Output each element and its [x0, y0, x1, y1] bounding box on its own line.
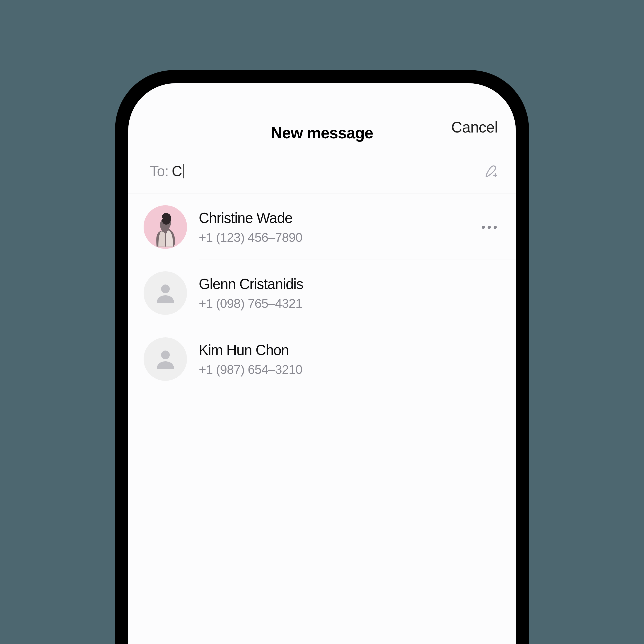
header-bar: New message Cancel: [128, 83, 516, 149]
phone-screen: New message Cancel To: C: [128, 83, 516, 644]
recipient-input-text: C: [172, 163, 182, 180]
more-options-icon[interactable]: •••: [481, 220, 501, 234]
text-cursor: [183, 164, 184, 178]
contact-phone: +1 (987) 654–3210: [199, 362, 501, 377]
contact-row[interactable]: Christine Wade +1 (123) 456–7890 •••: [144, 194, 516, 260]
avatar: [144, 271, 187, 315]
recipient-input[interactable]: C: [172, 163, 483, 180]
contact-name: Christine Wade: [199, 210, 481, 226]
add-contact-icon[interactable]: [483, 164, 498, 179]
recipient-field[interactable]: To: C: [128, 149, 516, 194]
contact-info: Christine Wade +1 (123) 456–7890: [187, 210, 481, 245]
svg-point-3: [161, 284, 170, 293]
contact-phone: +1 (098) 765–4321: [199, 296, 501, 311]
svg-point-4: [161, 350, 170, 359]
contact-info: Kim Hun Chon +1 (987) 654–3210: [187, 342, 501, 377]
contact-info: Glenn Cristanidis +1 (098) 765–4321: [187, 276, 501, 311]
page-title: New message: [271, 124, 373, 142]
contact-row[interactable]: Kim Hun Chon +1 (987) 654–3210: [144, 326, 516, 392]
contact-name: Glenn Cristanidis: [199, 276, 501, 292]
contact-row[interactable]: Glenn Cristanidis +1 (098) 765–4321: [144, 260, 516, 326]
phone-frame: New message Cancel To: C: [115, 70, 529, 644]
cancel-button[interactable]: Cancel: [451, 118, 498, 136]
avatar: [144, 337, 187, 381]
to-label: To:: [150, 163, 168, 180]
contact-phone: +1 (123) 456–7890: [199, 230, 481, 245]
contact-name: Kim Hun Chon: [199, 342, 501, 358]
contact-suggestions-list: Christine Wade +1 (123) 456–7890 ••• Gle…: [128, 194, 516, 392]
avatar: [144, 205, 187, 249]
